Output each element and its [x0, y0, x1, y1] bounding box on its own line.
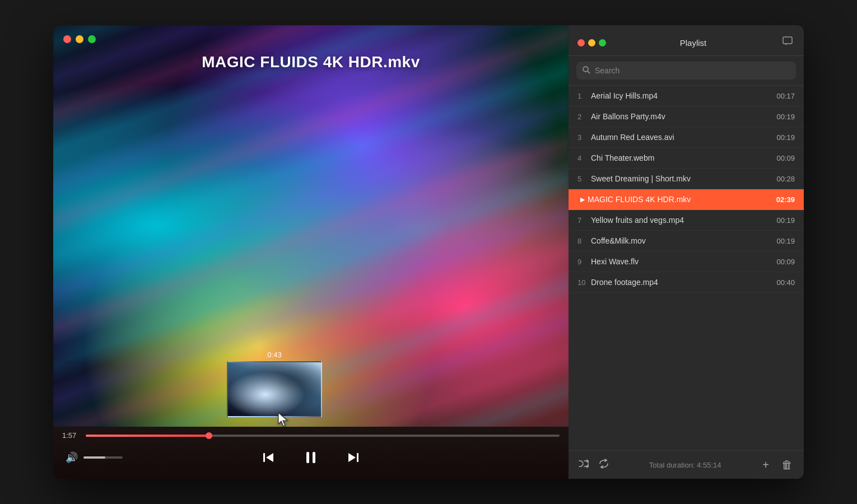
svg-marker-2 — [266, 453, 273, 462]
item-duration: 00:19 — [776, 237, 795, 245]
playlist-item[interactable]: 7 Yellow fruits and vegs.mp4 00:19 — [569, 210, 804, 231]
item-name: MAGIC FLUIDS 4K HDR.mkv — [588, 195, 771, 204]
playlist-item[interactable]: 1 Aerial Icy Hills.mp4 00:17 — [569, 86, 804, 106]
item-number: 8 — [577, 237, 591, 245]
item-duration: 00:40 — [776, 278, 795, 287]
close-button[interactable] — [63, 35, 71, 43]
item-duration: 00:28 — [776, 175, 795, 183]
svg-point-9 — [583, 67, 588, 72]
item-number: 7 — [577, 216, 591, 225]
pl-maximize-button[interactable] — [599, 39, 606, 46]
pl-close-button[interactable] — [577, 39, 585, 46]
scrubber-fill — [86, 435, 209, 437]
item-name: Drone footage.mp4 — [591, 278, 771, 287]
svg-marker-6 — [348, 453, 356, 462]
buttons-row: 🔊 — [62, 445, 560, 470]
item-duration: 00:09 — [776, 258, 795, 266]
playlist-item[interactable]: 9 Hexi Wave.flv 00:09 — [569, 251, 804, 272]
item-name: Air Ballons Party.m4v — [591, 112, 771, 121]
scrubber-thumbnail: 0:43 — [227, 351, 322, 417]
playlist-item[interactable]: 10 Drone footage.mp4 00:40 — [569, 272, 804, 293]
playlist-header-icons — [780, 35, 795, 50]
volume-button[interactable]: 🔊 — [62, 448, 81, 467]
playlist-item[interactable]: 4 Chi Theater.webm 00:09 — [569, 148, 804, 169]
thumbnail-image — [227, 361, 322, 417]
pl-minimize-button[interactable] — [588, 39, 595, 46]
item-duration: 00:19 — [776, 216, 795, 225]
item-name: Autumn Red Leaves.avi — [591, 133, 771, 142]
playlist-footer: Total duration: 4:55:14 + 🗑 — [569, 450, 804, 479]
search-input[interactable] — [595, 66, 790, 75]
item-duration: 02:39 — [776, 195, 795, 204]
item-number: 10 — [577, 278, 591, 287]
item-name: Sweet Dreaming | Short.mkv — [591, 174, 771, 183]
search-row — [569, 56, 804, 86]
item-duration: 00:17 — [776, 92, 795, 100]
svg-rect-1 — [263, 453, 265, 462]
playlist-title: Playlist — [680, 38, 707, 48]
time-elapsed: 1:57 — [62, 431, 80, 440]
item-number: 9 — [577, 258, 591, 266]
delete-button[interactable]: 🗑 — [778, 458, 796, 473]
playlist-items: 1 Aerial Icy Hills.mp4 00:17 2 Air Ballo… — [569, 86, 804, 450]
pause-button[interactable] — [299, 445, 323, 470]
thumbnail-time: 0:43 — [267, 351, 281, 359]
scrubber-thumb — [206, 432, 212, 439]
prev-button[interactable] — [256, 445, 281, 470]
shuffle-button[interactable] — [576, 456, 591, 473]
item-number: 4 — [577, 154, 591, 162]
playlist-item[interactable]: ▶ MAGIC FLUIDS 4K HDR.mkv 02:39 — [569, 189, 804, 210]
traffic-lights — [63, 35, 96, 43]
app-window: MAGIC FLUIDS 4K HDR.mkv 0:43 1:57 — [53, 25, 804, 479]
item-duration: 00:09 — [776, 154, 795, 162]
center-controls — [256, 445, 366, 470]
item-name: Coffe&Milk.mov — [591, 236, 771, 245]
svg-rect-4 — [313, 452, 315, 463]
playlist-item[interactable]: 8 Coffe&Milk.mov 00:19 — [569, 231, 804, 251]
playlist-item[interactable]: 5 Sweet Dreaming | Short.mkv 00:28 — [569, 169, 804, 189]
item-name: Hexi Wave.flv — [591, 257, 771, 266]
svg-rect-3 — [306, 452, 309, 463]
search-icon — [582, 66, 590, 76]
player-side: MAGIC FLUIDS 4K HDR.mkv 0:43 1:57 — [53, 25, 569, 479]
volume-bar[interactable] — [83, 456, 123, 459]
item-number: 3 — [577, 133, 591, 142]
item-duration: 00:19 — [776, 133, 795, 142]
controls-bar: 1:57 🔊 — [53, 427, 569, 479]
item-number: 1 — [577, 92, 591, 100]
minimize-button[interactable] — [76, 35, 83, 43]
volume-group: 🔊 — [62, 448, 123, 467]
volume-icon: 🔊 — [66, 451, 78, 464]
play-icon: ▶ — [577, 196, 588, 203]
search-wrap[interactable] — [576, 62, 796, 80]
total-duration: Total duration: 4:55:14 — [617, 461, 753, 469]
item-number: 2 — [577, 113, 591, 121]
playlist-item[interactable]: 2 Air Ballons Party.m4v 00:19 — [569, 106, 804, 127]
svg-line-10 — [588, 71, 590, 73]
item-name: Yellow fruits and vegs.mp4 — [591, 216, 771, 225]
playlist-header: Playlist — [569, 25, 804, 56]
video-title: MAGIC FLUIDS 4K HDR.mkv — [53, 53, 569, 71]
maximize-button[interactable] — [88, 35, 96, 43]
playlist-item[interactable]: 3 Autumn Red Leaves.avi 00:19 — [569, 127, 804, 148]
playlist-panel: Playlist — [569, 25, 804, 479]
next-button[interactable] — [341, 445, 366, 470]
svg-rect-7 — [783, 37, 792, 44]
playlist-chat-button[interactable] — [780, 35, 795, 50]
item-name: Aerial Icy Hills.mp4 — [591, 91, 771, 100]
scrubber-track[interactable] — [86, 435, 560, 437]
add-button[interactable]: + — [759, 458, 772, 473]
svg-rect-5 — [357, 453, 358, 462]
scrubber-row: 1:57 — [62, 431, 560, 440]
playlist-traffic-lights — [577, 39, 606, 46]
volume-fill — [83, 456, 105, 459]
item-number: 5 — [577, 175, 591, 183]
item-duration: 00:19 — [776, 113, 795, 121]
item-name: Chi Theater.webm — [591, 153, 771, 162]
repeat-button[interactable] — [597, 456, 611, 473]
